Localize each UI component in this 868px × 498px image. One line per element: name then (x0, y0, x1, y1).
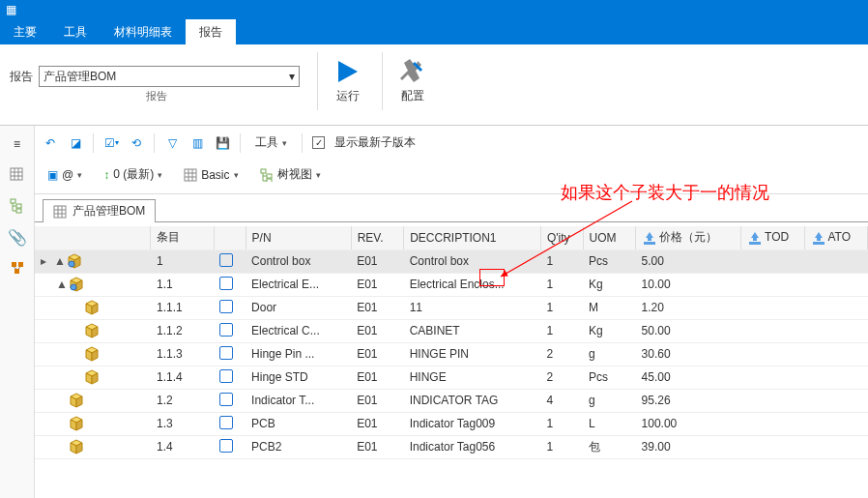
table-row[interactable]: ▸ ▲ 1 Control box E01 Control box 1 Pcs … (35, 249, 868, 273)
show-latest-checkbox[interactable]: ✓ (312, 136, 325, 149)
checkbox-mark[interactable] (219, 253, 233, 267)
col-desc[interactable]: DECCRIPTION1 (404, 226, 541, 249)
col-price[interactable]: 价格（元） (636, 226, 741, 249)
menu-report[interactable]: 报告 (186, 19, 236, 44)
cell-uom: Pcs (583, 249, 636, 273)
part-icon (85, 369, 101, 385)
cell-pn: PCB2 (246, 435, 351, 458)
window-icon: ▦ (6, 3, 16, 16)
checkbox-mark[interactable] (219, 277, 233, 290)
table-row[interactable]: 1.1.1 Door E01 11 1 M 1.20 (35, 296, 868, 319)
undo-icon[interactable]: ↶ (43, 135, 58, 151)
rail-item-5[interactable] (9, 259, 26, 277)
run-label: 运行 (336, 88, 360, 104)
tree-label: 树视图 (277, 166, 312, 183)
ribbon-group-label: 报告 (10, 87, 304, 109)
table-row[interactable]: 1.4 PCB2 E01 Indicator Tag056 1 包 39.00 (35, 435, 868, 458)
menu-tools[interactable]: 工具 (50, 19, 101, 44)
cell-qty: 1 (540, 249, 583, 273)
cell-qty: 2 (540, 342, 583, 366)
grid-icon (53, 205, 67, 219)
col-qty[interactable]: Q'ity (540, 226, 583, 249)
basic-dropdown[interactable]: Basic ▾ (179, 165, 243, 185)
cell-uom: g (583, 389, 636, 412)
cell-rev: E01 (351, 342, 404, 366)
run-button[interactable]: 运行 (328, 52, 368, 110)
part-icon (85, 300, 101, 315)
cell-desc: Electrical Enclos... (404, 273, 541, 296)
cell-price: 10.00 (636, 273, 741, 296)
cell-pn: Electrical E... (246, 273, 351, 296)
cell-pn: Indicator T... (246, 389, 351, 412)
cell-desc: HINGE PIN (404, 342, 541, 366)
cell-rev: E01 (351, 412, 404, 435)
checkbox-mark[interactable] (219, 323, 233, 337)
save-icon[interactable]: 💾 (215, 135, 230, 151)
cell-pn: Hinge STD (246, 366, 351, 389)
expander-icon[interactable]: ▲ (56, 278, 66, 291)
filter-icon[interactable]: ▽ (164, 135, 180, 151)
download-icon (811, 230, 826, 246)
col-rev[interactable]: REV. (351, 226, 404, 249)
checkbox-mark[interactable] (219, 439, 233, 453)
cell-pn: Hinge Pin ... (246, 342, 351, 366)
chevron-down-icon: ▾ (282, 138, 287, 148)
col-item[interactable]: 条目 (151, 226, 214, 249)
cell-desc: CABINET (404, 319, 541, 342)
bom-grid: 条目 P/N REV. DECCRIPTION1 Q'ity UOM 价格（元）… (35, 226, 868, 459)
document-tab[interactable]: 产品管理BOM (43, 199, 156, 222)
select-all-icon[interactable]: ☑▾ (103, 135, 119, 151)
cell-pn: PCB (246, 412, 351, 435)
checkbox-mark[interactable] (219, 416, 233, 429)
cell-qty: 1 (540, 273, 583, 296)
table-row[interactable]: 1.1.3 Hinge Pin ... E01 HINGE PIN 2 g 30… (35, 342, 868, 366)
table-row[interactable]: 1.1.4 Hinge STD E01 HINGE 2 Pcs 45.00 (35, 366, 868, 389)
rail-item-1[interactable]: ≡ (9, 135, 26, 153)
cell-rev: E01 (351, 296, 404, 319)
menu-main[interactable]: 主要 (0, 19, 50, 44)
cell-rev: E01 (351, 319, 404, 342)
expander-icon[interactable]: ▲ (54, 254, 64, 268)
cell-desc: Indicator Tag056 (404, 435, 541, 458)
menu-bom[interactable]: 材料明细表 (101, 19, 186, 44)
tools-dropdown[interactable]: 工具 ▾ (250, 132, 292, 154)
svg-rect-22 (18, 262, 23, 267)
col-ato[interactable]: ATO (804, 226, 868, 249)
columns-icon[interactable]: ▥ (189, 135, 205, 151)
checkbox-mark[interactable] (219, 393, 233, 406)
revert-icon[interactable]: ⟲ (129, 135, 144, 151)
svg-line-25 (18, 267, 20, 269)
rail-item-3[interactable] (9, 197, 26, 215)
at-dropdown[interactable]: ▣ @ ▾ (43, 165, 87, 185)
cell-item: 1.4 (151, 435, 214, 458)
checkbox-mark[interactable] (219, 369, 233, 383)
rail-item-attach[interactable]: 📎 (9, 228, 26, 246)
download-icon (747, 230, 763, 246)
table-row[interactable]: 1.1.2 Electrical C... E01 CABINET 1 Kg 5… (35, 319, 868, 342)
col-tod[interactable]: TOD (741, 226, 804, 249)
bookmark-icon[interactable]: ◪ (68, 135, 83, 151)
cell-rev: E01 (351, 366, 404, 389)
svg-rect-21 (12, 262, 16, 267)
col-pn[interactable]: P/N (246, 226, 351, 249)
cell-price: 39.00 (636, 435, 741, 458)
cell-item: 1.3 (151, 412, 214, 435)
cell-uom: Kg (583, 273, 636, 296)
checkbox-mark[interactable] (219, 346, 233, 360)
cell-item: 1.1.1 (151, 296, 214, 319)
revision-dropdown[interactable]: ↕ 0 (最新) ▾ (99, 163, 167, 186)
table-row[interactable]: 1.2 Indicator T... E01 INDICATOR TAG 4 g… (35, 389, 868, 412)
report-select[interactable]: 产品管理BOM ▾ (39, 66, 300, 87)
cell-price: 100.00 (636, 412, 741, 435)
checkbox-mark[interactable] (219, 300, 233, 313)
cell-pn: Door (246, 296, 351, 319)
download-icon (642, 230, 657, 246)
table-row[interactable]: ▲ 1.1 Electrical E... E01 Electrical Enc… (35, 273, 868, 296)
config-button[interactable]: 配置 (392, 52, 433, 110)
cell-price: 50.00 (636, 319, 741, 342)
treeview-dropdown[interactable]: 树视图 ▾ (255, 163, 326, 186)
col-uom[interactable]: UOM (583, 226, 636, 249)
rail-item-2[interactable] (9, 166, 26, 184)
cell-qty: 2 (540, 366, 583, 389)
table-row[interactable]: 1.3 PCB E01 Indicator Tag009 1 L 100.00 (35, 412, 868, 435)
